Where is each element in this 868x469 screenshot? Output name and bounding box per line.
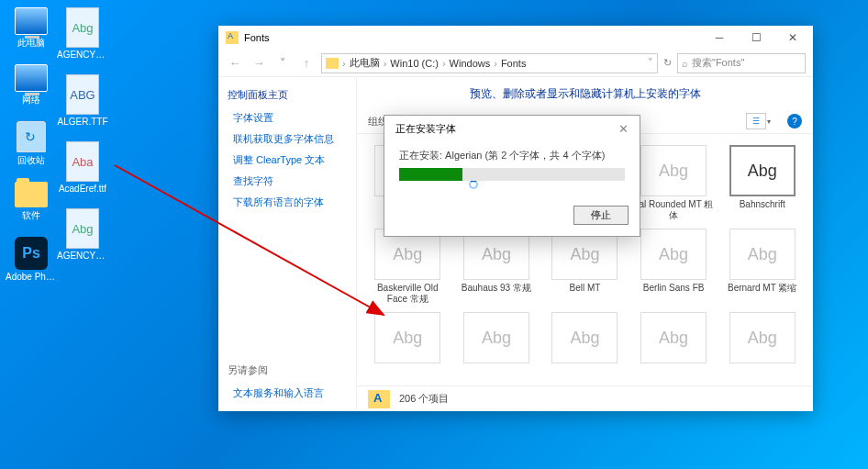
nav-forward-button[interactable]: → <box>250 56 268 70</box>
desktop-icon-font-agencyr[interactable]: AbgAGENCYR.... <box>57 7 108 60</box>
font-label: Berlin Sans FB <box>643 283 705 303</box>
nav-up-button[interactable]: ↑ <box>297 56 316 70</box>
nav-recent-dropdown[interactable]: ˅ <box>273 56 292 70</box>
search-icon: ⌕ <box>682 58 688 69</box>
desktop-icon-this-pc[interactable]: 此电脑 <box>6 7 57 50</box>
desktop-icons: 此电脑 网络 回收站 软件 PsAdobe Photosh... AbgAGEN… <box>6 7 108 282</box>
desktop-icon-font-alger[interactable]: ABGALGER.TTF <box>57 74 108 127</box>
font-tile[interactable]: Abgrial Rounded MT 粗体 <box>632 145 716 221</box>
search-input[interactable]: ⌕ 搜索"Fonts" <box>677 53 806 73</box>
minimize-button[interactable]: ─ <box>701 26 738 50</box>
sidebar-link-find-char[interactable]: 查找字符 <box>228 174 347 188</box>
font-preview: Abg <box>640 229 707 280</box>
address-bar[interactable]: › 此电脑› Win10 (C:)› Windows› Fonts ˅ <box>321 53 658 73</box>
fonts-folder-icon <box>226 31 239 44</box>
font-tile[interactable]: AbgBahnschrift <box>720 145 804 221</box>
font-tile[interactable]: Abg <box>543 312 627 385</box>
font-label: Bernard MT 紧缩 <box>728 283 796 303</box>
font-tile[interactable]: AbgBernard MT 紧缩 <box>720 229 804 305</box>
sidebar-link-cleartype[interactable]: 调整 ClearType 文本 <box>228 153 347 167</box>
window-title: Fonts <box>244 32 701 43</box>
font-preview: Abg <box>729 312 796 363</box>
dialog-message: 正在安装: Algerian (第 2 个字体，共 4 个字体) <box>399 149 625 162</box>
font-label: Bauhaus 93 常规 <box>462 283 531 303</box>
main-title: 预览、删除或者显示和隐藏计算机上安装的字体 <box>357 77 813 109</box>
address-dropdown-icon[interactable]: ˅ <box>648 57 653 69</box>
status-folder-icon <box>368 390 390 408</box>
font-preview: Abg <box>729 229 796 280</box>
view-options-button[interactable]: ☰ <box>746 113 766 129</box>
progress-bar <box>399 168 625 181</box>
font-label: Baskerville Old Face 常规 <box>366 283 450 305</box>
desktop-icon-photoshop[interactable]: PsAdobe Photosh... <box>6 237 57 282</box>
view-options-dropdown[interactable]: ▾ <box>767 117 776 126</box>
spinner-icon <box>469 180 478 189</box>
sidebar-heading: 控制面板主页 <box>228 88 347 102</box>
font-label: rial Rounded MT 粗体 <box>632 199 716 221</box>
font-tile[interactable]: Abg <box>632 312 716 385</box>
dialog-close-button[interactable]: ✕ <box>613 122 634 136</box>
refresh-button[interactable]: ↻ <box>663 57 672 69</box>
sidebar-link-font-settings[interactable]: 字体设置 <box>228 111 347 125</box>
sidebar-also-heading: 另请参阅 <box>228 363 347 377</box>
dialog-title: 正在安装字体 <box>395 122 613 136</box>
desktop-icon-font-acaderef[interactable]: AbaAcadEref.ttf <box>57 141 108 194</box>
stop-button[interactable]: 停止 <box>573 206 629 225</box>
font-tile[interactable]: AbgBaskerville Old Face 常规 <box>366 229 450 305</box>
desktop-icon-software-folder[interactable]: 软件 <box>6 182 57 222</box>
close-button[interactable]: ✕ <box>774 26 811 50</box>
status-bar: 206 个项目 <box>357 385 813 411</box>
font-tile[interactable]: AbgBell MT <box>543 229 627 305</box>
desktop-icon-font-agencyb[interactable]: AbgAGENCYB.... <box>57 208 108 261</box>
navbar: ← → ˅ ↑ › 此电脑› Win10 (C:)› Windows› Font… <box>218 50 813 77</box>
font-tile[interactable]: Abg <box>366 312 450 385</box>
sidebar-link-online-fonts[interactable]: 联机获取更多字体信息 <box>228 132 347 146</box>
font-label: Bahnschrift <box>740 199 785 219</box>
font-label: Bell MT <box>570 283 601 303</box>
font-preview: Abg <box>640 312 707 363</box>
font-tile[interactable]: AbgBerlin Sans FB <box>632 229 716 305</box>
font-preview: Abg <box>463 312 529 363</box>
dialog-titlebar[interactable]: 正在安装字体 ✕ <box>384 116 640 141</box>
sidebar: 控制面板主页 字体设置 联机获取更多字体信息 调整 ClearType 文本 查… <box>218 77 356 411</box>
font-tile[interactable]: AbgBauhaus 93 常规 <box>455 229 539 305</box>
desktop-icon-recycle-bin[interactable]: 回收站 <box>6 121 57 167</box>
help-button[interactable]: ? <box>787 114 802 128</box>
font-tile[interactable]: Abg <box>720 312 804 385</box>
maximize-button[interactable]: ☐ <box>738 26 774 50</box>
status-text: 206 个项目 <box>399 392 449 406</box>
font-preview: Abg <box>640 145 707 196</box>
titlebar[interactable]: Fonts ─ ☐ ✕ <box>218 26 813 50</box>
font-preview: Abg <box>551 312 618 363</box>
font-tile[interactable]: Abg <box>455 312 539 385</box>
font-preview: Abg <box>729 145 796 196</box>
nav-back-button[interactable]: ← <box>226 56 244 70</box>
install-font-dialog: 正在安装字体 ✕ 正在安装: Algerian (第 2 个字体，共 4 个字体… <box>384 115 640 237</box>
sidebar-link-text-services[interactable]: 文本服务和输入语言 <box>228 386 347 400</box>
sidebar-link-download-lang[interactable]: 下载所有语言的字体 <box>228 195 347 209</box>
desktop-icon-network[interactable]: 网络 <box>6 64 57 106</box>
address-folder-icon <box>326 58 339 69</box>
font-preview: Abg <box>374 312 440 363</box>
